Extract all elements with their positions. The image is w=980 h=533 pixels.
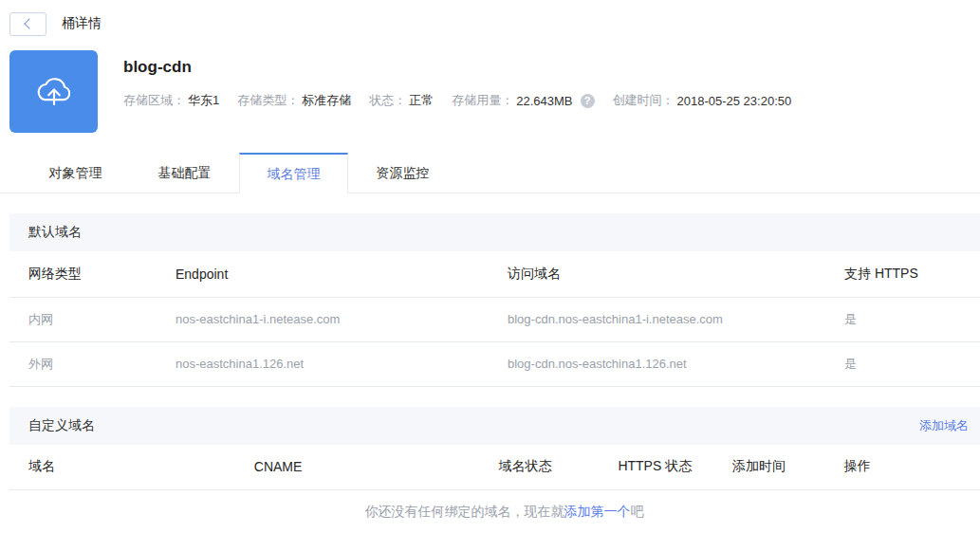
help-icon[interactable]: ? [581, 94, 595, 108]
custom-domain-title: 自定义域名 [28, 417, 95, 434]
custom-domain-table: 域名 CNAME 域名状态 HTTPS 状态 添加时间 操作 你还没有任何绑定的… [9, 445, 980, 533]
main-content: 默认域名 网络类型 Endpoint 访问域名 支持 HTTPS 内网 nos-… [9, 213, 980, 533]
default-domain-title: 默认域名 [28, 224, 82, 241]
col-https-status: HTTPS 状态 [618, 445, 732, 490]
col-network-type: 网络类型 [9, 251, 176, 297]
empty-state-suffix: 吧 [631, 504, 644, 519]
cell-endpoint: nos-eastchina1.126.net [176, 341, 508, 386]
default-domain-section-header: 默认域名 [9, 213, 980, 251]
col-domain: 域名 [9, 445, 254, 490]
cell-https-support: 是 [844, 341, 980, 386]
bucket-header: blog-cdn 存储区域： 华东1 存储类型： 标准存储 状态： 正常 存储用… [9, 50, 980, 133]
empty-state-row: 你还没有任何绑定的域名，现在就添加第一个吧 [9, 490, 980, 533]
info-created: 创建时间： 2018-05-25 23:20:50 [613, 92, 792, 109]
info-region: 存储区域： 华东1 [123, 92, 219, 109]
topbar: 桶详情 [0, 0, 980, 36]
col-cname: CNAME [254, 445, 499, 490]
cell-https-support: 是 [844, 297, 980, 341]
back-button[interactable] [9, 12, 46, 36]
col-add-time: 添加时间 [732, 445, 844, 490]
bucket-meta: blog-cdn 存储区域： 华东1 存储类型： 标准存储 状态： 正常 存储用… [98, 50, 809, 133]
tab-bar: 对象管理 基础配置 域名管理 资源监控 [0, 153, 980, 193]
empty-state: 你还没有任何绑定的域名，现在就添加第一个吧 [9, 490, 980, 533]
cell-network-type: 内网 [9, 297, 176, 341]
add-domain-link[interactable]: 添加域名 [919, 417, 969, 434]
custom-domain-section-header: 自定义域名 添加域名 [9, 407, 980, 445]
tab-resource-monitor[interactable]: 资源监控 [348, 153, 457, 193]
info-storage-type: 存储类型： 标准存储 [237, 92, 351, 109]
col-https-support: 支持 HTTPS [844, 251, 980, 297]
bucket-name: blog-cdn [123, 58, 809, 77]
cloud-upload-icon [9, 50, 98, 133]
tab-domain-management[interactable]: 域名管理 [239, 153, 348, 193]
cell-endpoint: nos-eastchina1-i.netease.com [176, 297, 508, 341]
cell-access-domain: blog-cdn.nos-eastchina1-i.netease.com [508, 297, 844, 341]
col-endpoint: Endpoint [176, 251, 508, 297]
add-first-domain-link[interactable]: 添加第一个 [564, 504, 631, 519]
custom-domain-header-row: 域名 CNAME 域名状态 HTTPS 状态 添加时间 操作 [9, 445, 980, 490]
col-domain-status: 域名状态 [499, 445, 619, 490]
table-row: 内网 nos-eastchina1-i.netease.com blog-cdn… [9, 297, 980, 341]
chevron-left-icon [24, 18, 34, 28]
cell-network-type: 外网 [9, 341, 176, 386]
cell-access-domain: blog-cdn.nos-eastchina1.126.net [508, 341, 844, 386]
table-row: 外网 nos-eastchina1.126.net blog-cdn.nos-e… [9, 341, 980, 386]
default-domain-header-row: 网络类型 Endpoint 访问域名 支持 HTTPS [9, 251, 980, 297]
default-domain-table: 网络类型 Endpoint 访问域名 支持 HTTPS 内网 nos-eastc… [9, 251, 980, 387]
page-title: 桶详情 [62, 15, 102, 32]
col-actions: 操作 [844, 445, 980, 490]
bucket-info-row: 存储区域： 华东1 存储类型： 标准存储 状态： 正常 存储用量： 22.643… [123, 92, 809, 109]
tab-object-management[interactable]: 对象管理 [21, 153, 130, 193]
info-usage: 存储用量： 22.643MB ? [452, 92, 594, 109]
empty-state-text: 你还没有任何绑定的域名，现在就 [365, 504, 564, 519]
col-access-domain: 访问域名 [508, 251, 844, 297]
status-value: 正常 [409, 92, 434, 109]
info-status: 状态： 正常 [369, 92, 434, 109]
tab-basic-config[interactable]: 基础配置 [130, 153, 239, 193]
